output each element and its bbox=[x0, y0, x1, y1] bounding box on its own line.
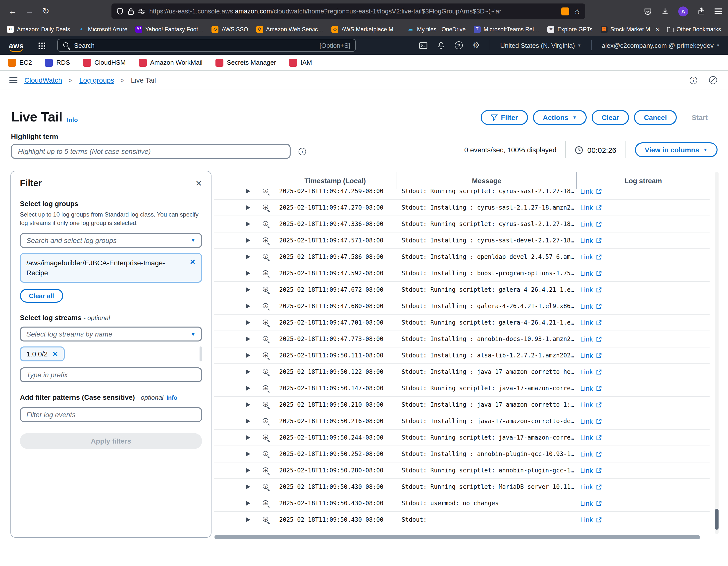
expand-row-icon[interactable] bbox=[246, 221, 250, 226]
inspect-row-icon[interactable]: + bbox=[262, 189, 270, 195]
inspect-row-icon[interactable]: + bbox=[262, 450, 270, 458]
breadcrumb-log-groups[interactable]: Log groups bbox=[79, 76, 114, 84]
horizontal-scrollbar-thumb[interactable] bbox=[214, 535, 700, 539]
log-stream-link[interactable]: Link bbox=[577, 417, 710, 425]
services-grid-icon[interactable] bbox=[38, 42, 45, 49]
highlight-term-input[interactable] bbox=[11, 144, 291, 159]
bookmark-item[interactable]: ▦ Stock Market Map bbox=[600, 26, 650, 33]
console-search-input[interactable] bbox=[74, 42, 315, 49]
log-stream-link[interactable]: Link bbox=[577, 203, 710, 211]
remove-token-icon[interactable]: ✕ bbox=[190, 258, 196, 266]
view-in-columns-button[interactable]: View in columns▼ bbox=[635, 142, 718, 157]
help-icon[interactable]: ? bbox=[455, 41, 463, 49]
aws-logo[interactable]: aws bbox=[9, 41, 24, 50]
vertical-scrollbar-thumb[interactable] bbox=[715, 509, 719, 530]
filter-patterns-info-link[interactable]: Info bbox=[166, 395, 177, 402]
expand-row-icon[interactable] bbox=[246, 238, 250, 243]
lock-icon[interactable] bbox=[128, 8, 134, 15]
filter-events-input[interactable] bbox=[20, 408, 202, 422]
favorite-service-item[interactable]: Secrets Manager bbox=[215, 58, 276, 66]
side-nav-hamburger-icon[interactable] bbox=[9, 77, 17, 83]
log-groups-select[interactable]: Search and select log groups ▼ bbox=[20, 233, 202, 248]
expand-row-icon[interactable] bbox=[246, 271, 250, 276]
close-icon[interactable]: ✕ bbox=[195, 179, 202, 187]
expand-row-icon[interactable] bbox=[246, 353, 250, 358]
filter-button[interactable]: Filter bbox=[480, 110, 528, 125]
info-icon[interactable]: i bbox=[690, 76, 697, 84]
events-rate-stat[interactable]: 0 events/sec, 100% displayed bbox=[464, 146, 556, 154]
bookmark-item[interactable]: Y! Yahoo! Fantasy Foot… bbox=[135, 26, 204, 33]
inspect-row-icon[interactable]: + bbox=[262, 352, 270, 359]
utility-icon[interactable] bbox=[709, 76, 717, 84]
breadcrumb-cloudwatch[interactable]: CloudWatch bbox=[24, 76, 62, 84]
pocket-icon[interactable] bbox=[644, 7, 652, 15]
expand-row-icon[interactable] bbox=[246, 254, 250, 259]
bookmark-item[interactable]: ◇ AWS Marketplace M… bbox=[331, 26, 399, 33]
log-stream-link[interactable]: Link bbox=[577, 401, 710, 409]
favorite-service-item[interactable]: RDS bbox=[45, 58, 70, 66]
bookmarks-overflow-chevron[interactable]: » bbox=[656, 25, 660, 33]
inspect-row-icon[interactable]: + bbox=[262, 237, 270, 244]
inspect-row-icon[interactable]: + bbox=[262, 434, 270, 441]
expand-row-icon[interactable] bbox=[246, 386, 250, 391]
url-bar[interactable]: https://us-east-1.console.aws.amazon.com… bbox=[111, 3, 585, 19]
expand-row-icon[interactable] bbox=[246, 517, 250, 522]
log-stream-link[interactable]: Link bbox=[577, 466, 710, 474]
log-stream-link[interactable]: Link bbox=[577, 352, 710, 360]
log-stream-link[interactable]: Link bbox=[577, 368, 710, 376]
favorite-service-item[interactable]: Amazon WorkMail bbox=[139, 58, 202, 66]
cloudshell-icon[interactable] bbox=[419, 42, 427, 49]
inspect-row-icon[interactable]: + bbox=[262, 335, 270, 343]
expand-row-icon[interactable] bbox=[246, 484, 250, 489]
bookmark-item[interactable]: ◇ AWS SSO bbox=[212, 26, 248, 33]
cancel-button[interactable]: Cancel bbox=[634, 110, 677, 125]
log-stream-link[interactable]: Link bbox=[577, 269, 710, 277]
log-stream-link[interactable]: Link bbox=[577, 286, 710, 294]
log-stream-link[interactable]: Link bbox=[577, 516, 710, 524]
expand-row-icon[interactable] bbox=[246, 287, 250, 292]
log-stream-link[interactable]: Link bbox=[577, 384, 710, 392]
inspect-row-icon[interactable]: + bbox=[262, 385, 270, 392]
log-stream-link[interactable]: Link bbox=[577, 483, 710, 491]
account-menu[interactable]: alex@c2company.com @ primekeydev▼ bbox=[602, 42, 720, 49]
permissions-icon[interactable] bbox=[138, 8, 145, 14]
inspect-row-icon[interactable]: + bbox=[262, 253, 270, 260]
inspect-row-icon[interactable]: + bbox=[262, 269, 270, 277]
log-streams-select[interactable]: Select log streams by name ▼ bbox=[20, 327, 202, 342]
clear-button[interactable]: Clear bbox=[592, 110, 629, 125]
inspect-row-icon[interactable]: + bbox=[262, 516, 270, 523]
stream-prefix-input[interactable] bbox=[20, 368, 202, 383]
expand-row-icon[interactable] bbox=[246, 419, 250, 424]
inspect-row-icon[interactable]: + bbox=[262, 467, 270, 474]
bookmark-item[interactable]: T MicrosoftTeams Rel… bbox=[474, 26, 540, 33]
bookmark-star-icon[interactable]: ☆ bbox=[574, 7, 580, 15]
log-stream-link[interactable]: Link bbox=[577, 450, 710, 458]
start-button[interactable]: Start bbox=[682, 110, 718, 125]
remove-token-icon[interactable]: ✕ bbox=[52, 350, 58, 359]
log-stream-link[interactable]: Link bbox=[577, 319, 710, 327]
horizontal-scrollbar[interactable] bbox=[214, 535, 707, 539]
log-stream-link[interactable]: Link bbox=[577, 434, 710, 442]
vertical-scrollbar[interactable] bbox=[715, 172, 719, 534]
console-search[interactable]: [Option+S] bbox=[57, 39, 356, 52]
expand-row-icon[interactable] bbox=[246, 369, 250, 374]
log-stream-link[interactable]: Link bbox=[577, 236, 710, 244]
inspect-row-icon[interactable]: + bbox=[262, 319, 270, 326]
expand-row-icon[interactable] bbox=[246, 189, 250, 194]
inspect-row-icon[interactable]: + bbox=[262, 286, 270, 294]
bookmark-item[interactable]: ☁ My files - OneDrive bbox=[407, 26, 466, 33]
log-stream-link[interactable]: Link bbox=[577, 189, 710, 195]
expand-row-icon[interactable] bbox=[246, 402, 250, 407]
log-stream-link[interactable]: Link bbox=[577, 335, 710, 343]
expand-row-icon[interactable] bbox=[246, 435, 250, 440]
favorite-service-item[interactable]: CloudHSM bbox=[83, 58, 126, 66]
bookmark-item[interactable]: ✳ Explore GPTs bbox=[548, 26, 593, 33]
inspect-row-icon[interactable]: + bbox=[262, 500, 270, 507]
url-text[interactable]: https://us-east-1.console.aws.amazon.com… bbox=[149, 7, 557, 15]
inspect-row-icon[interactable]: + bbox=[262, 220, 270, 228]
inspect-row-icon[interactable]: + bbox=[262, 401, 270, 409]
log-stream-link[interactable]: Link bbox=[577, 499, 710, 507]
notifications-bell-icon[interactable] bbox=[437, 41, 445, 49]
apply-filters-button[interactable]: Apply filters bbox=[20, 433, 202, 449]
expand-row-icon[interactable] bbox=[246, 337, 250, 342]
